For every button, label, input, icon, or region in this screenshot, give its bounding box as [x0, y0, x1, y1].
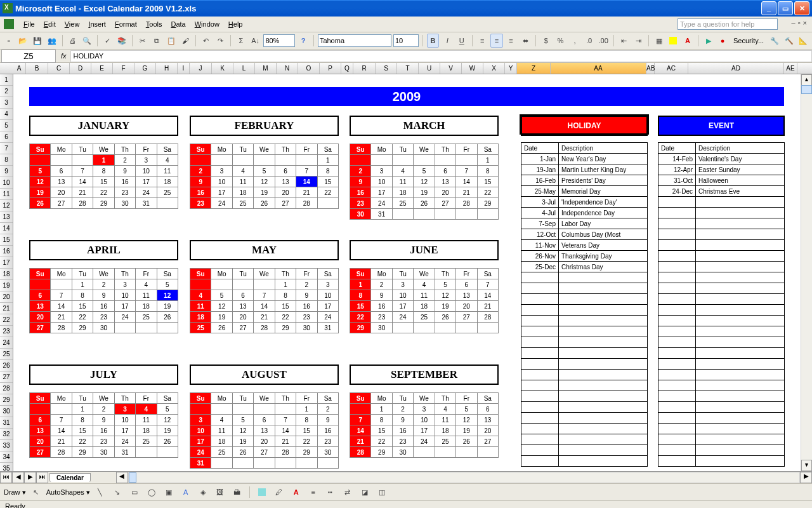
day-cell[interactable]: 4: [136, 404, 157, 415]
arrow-icon[interactable]: ↘: [110, 485, 124, 499]
day-cell[interactable]: 22: [93, 187, 114, 198]
day-cell[interactable]: 16: [93, 301, 114, 312]
day-cell[interactable]: 28: [296, 198, 317, 209]
row-header-34[interactable]: 34: [0, 451, 13, 463]
vb-editor-icon[interactable]: 🔧: [768, 34, 781, 48]
day-cell[interactable]: [414, 209, 435, 220]
day-cell[interactable]: 23: [350, 198, 371, 209]
day-cell[interactable]: 5: [254, 166, 275, 177]
day-cell[interactable]: 30: [350, 209, 371, 220]
align-left-icon[interactable]: ≡: [476, 34, 489, 48]
row-header-18[interactable]: 18: [0, 269, 13, 280]
day-cell[interactable]: 31: [317, 323, 338, 333]
day-cell[interactable]: 4: [190, 290, 211, 301]
day-cell[interactable]: 17: [317, 301, 338, 312]
day-cell[interactable]: 5: [232, 415, 253, 425]
day-cell[interactable]: 9: [93, 290, 114, 301]
day-cell[interactable]: 1: [350, 279, 371, 290]
arrow-style-icon[interactable]: ⇄: [341, 485, 355, 499]
day-cell[interactable]: 23: [190, 198, 211, 209]
day-cell[interactable]: 21: [51, 436, 72, 447]
underline-button[interactable]: U: [455, 34, 468, 48]
date-cell[interactable]: 16-Feb: [521, 175, 559, 186]
day-cell[interactable]: 6: [51, 166, 72, 177]
day-cell[interactable]: [190, 279, 211, 290]
day-cell[interactable]: 14: [296, 177, 317, 187]
day-cell[interactable]: 25: [232, 198, 253, 209]
col-header-S[interactable]: S: [376, 63, 397, 74]
col-header-N[interactable]: N: [277, 63, 298, 74]
formula-input[interactable]: HOLIDAY: [70, 50, 812, 62]
day-cell[interactable]: 13: [30, 301, 51, 312]
increase-decimal-icon[interactable]: .0: [583, 34, 596, 48]
day-cell[interactable]: 22: [296, 436, 317, 447]
day-cell[interactable]: 11: [392, 177, 413, 187]
day-cell[interactable]: [190, 404, 211, 415]
day-cell[interactable]: 23: [114, 187, 135, 198]
col-header-C[interactable]: C: [48, 63, 70, 74]
col-header-F[interactable]: F: [113, 63, 134, 74]
col-header-AE[interactable]: AE: [784, 63, 797, 74]
day-cell[interactable]: 6: [30, 290, 51, 301]
day-cell[interactable]: 27: [30, 323, 51, 333]
desc-cell[interactable]: Christmas Eve: [696, 186, 785, 197]
row-header-11[interactable]: 11: [0, 189, 13, 200]
desc-cell[interactable]: New Year's Day: [559, 154, 648, 164]
day-cell[interactable]: 20: [51, 187, 72, 198]
desc-cell[interactable]: Valentine's Day: [696, 154, 785, 164]
day-cell[interactable]: [157, 198, 178, 209]
row-header-8[interactable]: 8: [0, 154, 13, 166]
day-cell[interactable]: 20: [30, 312, 51, 323]
day-cell[interactable]: 21: [456, 187, 477, 198]
day-cell[interactable]: 28: [51, 323, 72, 333]
day-cell[interactable]: 13: [30, 425, 51, 436]
day-cell[interactable]: 9: [392, 415, 413, 425]
day-cell[interactable]: 12: [414, 177, 435, 187]
day-cell[interactable]: [392, 209, 413, 220]
col-header-D[interactable]: D: [70, 63, 91, 74]
day-cell[interactable]: [477, 209, 498, 220]
day-cell[interactable]: 4: [392, 166, 413, 177]
day-cell[interactable]: 30: [317, 447, 338, 458]
col-header-Q[interactable]: Q: [341, 63, 353, 74]
sheet-tab-calendar[interactable]: Calendar: [49, 473, 91, 482]
day-cell[interactable]: 24: [190, 447, 211, 458]
day-cell[interactable]: 10: [114, 290, 135, 301]
day-cell[interactable]: 15: [93, 177, 114, 187]
day-cell[interactable]: 24: [392, 312, 413, 323]
day-cell[interactable]: 3: [211, 166, 232, 177]
day-cell[interactable]: 21: [275, 436, 296, 447]
row-header-32[interactable]: 32: [0, 429, 13, 440]
col-header-O[interactable]: O: [298, 63, 320, 74]
day-cell[interactable]: 13: [477, 415, 498, 425]
worksheet-grid[interactable]: 2009 HOLIDAY DateDescription1-JanNew Yea…: [13, 74, 801, 471]
day-cell[interactable]: 11: [414, 290, 435, 301]
day-cell[interactable]: 7: [296, 166, 317, 177]
date-cell[interactable]: 31-Oct: [658, 175, 696, 186]
col-header-I[interactable]: I: [178, 63, 190, 74]
day-cell[interactable]: 17: [114, 301, 135, 312]
col-header-X[interactable]: X: [483, 63, 505, 74]
day-cell[interactable]: 3: [136, 155, 157, 166]
font-color-draw-icon[interactable]: A: [289, 485, 303, 499]
row-header-4[interactable]: 4: [0, 109, 13, 120]
day-cell[interactable]: [254, 458, 275, 469]
day-cell[interactable]: 30: [371, 323, 392, 333]
day-cell[interactable]: 4: [435, 404, 455, 415]
day-cell[interactable]: 28: [51, 447, 72, 458]
row-header-5[interactable]: 5: [0, 120, 13, 131]
day-cell[interactable]: 19: [211, 312, 232, 323]
row-header-6[interactable]: 6: [0, 131, 13, 143]
day-cell[interactable]: 13: [51, 177, 72, 187]
day-cell[interactable]: 13: [254, 425, 275, 436]
paste-icon[interactable]: 📋: [165, 34, 178, 48]
day-cell[interactable]: [157, 323, 178, 333]
day-cell[interactable]: 13: [435, 177, 455, 187]
day-cell[interactable]: 20: [254, 436, 275, 447]
new-icon[interactable]: ▫: [3, 34, 15, 48]
day-cell[interactable]: 29: [72, 447, 93, 458]
day-cell[interactable]: [157, 447, 178, 458]
day-cell[interactable]: 3: [190, 415, 211, 425]
day-cell[interactable]: 20: [30, 436, 51, 447]
row-header-27[interactable]: 27: [0, 371, 13, 383]
